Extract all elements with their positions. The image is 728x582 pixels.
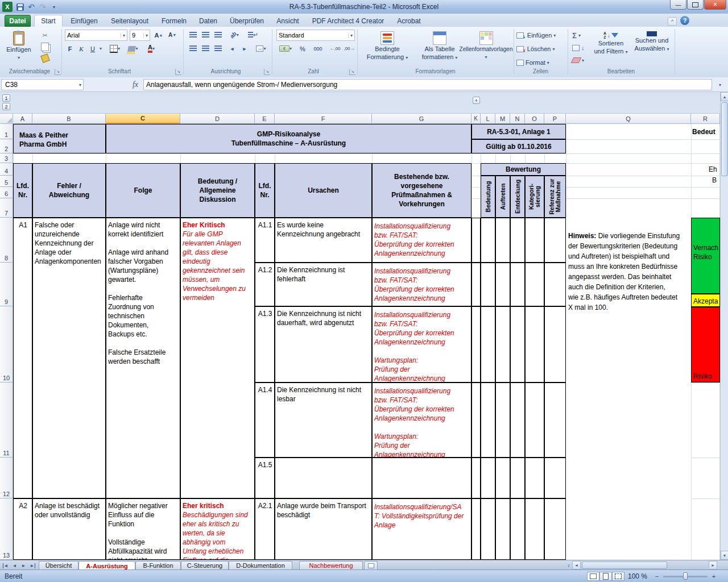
rating-cell[interactable] bbox=[471, 306, 481, 383]
copy-button[interactable] bbox=[39, 41, 51, 52]
header-referenz-rotated[interactable]: Referenz zur Maßnahme bbox=[544, 176, 566, 218]
rating-cell[interactable] bbox=[525, 218, 544, 263]
h-scroll-left-button[interactable]: ◄ bbox=[572, 561, 581, 569]
clipboard-dialog-launcher[interactable]: ↘ bbox=[55, 69, 61, 75]
rating-cell[interactable] bbox=[544, 263, 566, 306]
header-ursachen[interactable]: Ursachen bbox=[275, 163, 372, 218]
autosum-button[interactable]: Σ▾ bbox=[572, 30, 581, 41]
scroll-down-button[interactable]: ▼ bbox=[721, 551, 728, 560]
zoom-in-button[interactable]: + bbox=[710, 572, 718, 580]
column-header-P[interactable]: P bbox=[544, 114, 566, 124]
next-sheet-button[interactable]: ► bbox=[19, 562, 28, 569]
tab-einfuegen[interactable]: Einfügen bbox=[66, 15, 102, 27]
cell-a1-4-massnahme[interactable]: Installationsqualifizierung bzw. FAT/SAT… bbox=[372, 383, 471, 458]
cell-a2-fehler[interactable]: Anlage ist beschädigt oder unvollständig bbox=[32, 498, 106, 560]
cell-a2-1-id[interactable]: A2.1 bbox=[255, 498, 275, 560]
italic-button[interactable]: K bbox=[76, 43, 86, 54]
cell-a1-fehler[interactable]: Falsche oder unzureichende Kennzeichnung… bbox=[32, 218, 106, 498]
tab-ueberpruefen[interactable]: Überprüfen bbox=[225, 15, 268, 27]
cell-a1-4-ursache[interactable]: Die Kennzeichnung ist nicht lesbar bbox=[275, 383, 372, 458]
grow-font-button[interactable]: A▲ bbox=[152, 30, 165, 40]
add-decimal-button[interactable]: ←,00 bbox=[328, 43, 342, 54]
cell-a1-3-ursache[interactable]: Die Kennzeichnung ist nicht dauerhaft, w… bbox=[275, 306, 372, 383]
rating-cell[interactable] bbox=[510, 263, 525, 306]
header-fehler[interactable]: Fehler / Abweichung bbox=[32, 163, 106, 218]
align-right-button[interactable] bbox=[212, 43, 224, 54]
rating-cell[interactable] bbox=[510, 458, 525, 498]
column-header-F[interactable]: F bbox=[275, 114, 372, 124]
rating-cell[interactable] bbox=[471, 383, 481, 458]
header-bedeutung[interactable]: Bedeutung / Allgemeine Diskussion bbox=[180, 163, 255, 218]
row-header-2[interactable]: 2 bbox=[0, 139, 13, 153]
rating-cell[interactable] bbox=[544, 306, 566, 383]
rating-cell[interactable] bbox=[481, 263, 495, 306]
rating-cell[interactable] bbox=[495, 306, 510, 383]
last-sheet-button[interactable]: ► bbox=[28, 562, 37, 569]
insert-worksheet-tab[interactable] bbox=[364, 561, 378, 569]
row-header-9[interactable]: 9 bbox=[0, 263, 13, 306]
underline-button[interactable]: U bbox=[88, 43, 98, 54]
maximize-button[interactable] bbox=[687, 0, 704, 10]
sheet-tab-nachbewertung[interactable]: Nachbewertung bbox=[299, 561, 363, 569]
help-button[interactable]: ? bbox=[680, 16, 689, 25]
page-layout-view-button[interactable] bbox=[599, 572, 612, 581]
align-bottom-button[interactable] bbox=[212, 30, 224, 40]
cut-button[interactable]: ✂ bbox=[39, 30, 51, 41]
cell-company[interactable]: Maas & Peither Pharma GmbH bbox=[13, 124, 106, 153]
delete-cells-button[interactable]: ×Löschen▾ bbox=[516, 43, 555, 55]
header-bedeutung-rotated[interactable]: Bedeutung bbox=[481, 176, 495, 218]
accounting-format-button[interactable]: €▾ bbox=[276, 43, 295, 54]
column-header-O[interactable]: O bbox=[525, 114, 544, 124]
column-header-Q[interactable]: Q bbox=[566, 114, 691, 124]
rating-cell[interactable] bbox=[495, 218, 510, 263]
row-header-3[interactable]: 3 bbox=[0, 153, 13, 163]
tab-acrobat[interactable]: Acrobat bbox=[392, 15, 425, 27]
legend-red-cell[interactable]: Risiko bbox=[691, 307, 720, 383]
cell-a2-folge[interactable]: Möglicher negativer Einfluss auf die Fun… bbox=[106, 498, 180, 560]
tab-scrollbar-splitter[interactable]: ‖ bbox=[566, 562, 571, 569]
remove-decimal-button[interactable]: ,00→ bbox=[342, 43, 356, 54]
legend-yellow-cell[interactable]: Akzepta bbox=[691, 294, 720, 307]
minimize-ribbon-button[interactable]: ^ bbox=[668, 17, 677, 26]
sheet-tab-b-funktion[interactable]: B-Funktion bbox=[135, 561, 181, 569]
cell-styles-button[interactable]: Zellenformatvorlagen ▾ bbox=[458, 29, 514, 66]
close-button[interactable]: × bbox=[704, 0, 726, 10]
cell-a2-bedeutung[interactable]: Eher kritisch Beschädigungen sind eher a… bbox=[180, 498, 255, 560]
first-sheet-button[interactable]: ◄ bbox=[1, 562, 10, 569]
page-break-view-button[interactable] bbox=[612, 572, 624, 581]
minimize-button[interactable]: — bbox=[670, 0, 686, 10]
h-scroll-right-button[interactable]: ► bbox=[709, 561, 717, 569]
cell-a2-1-ursache[interactable]: Anlage wurde beim Transport beschädigt bbox=[275, 498, 372, 560]
rating-cell[interactable] bbox=[481, 458, 495, 498]
normal-view-button[interactable] bbox=[587, 572, 599, 581]
cell-a1-id[interactable]: A1 bbox=[13, 218, 32, 498]
number-dialog-launcher[interactable]: ↘ bbox=[349, 69, 355, 75]
column-header-A[interactable]: A bbox=[13, 114, 32, 124]
align-center-button[interactable] bbox=[199, 43, 212, 54]
cell-a1-1-id[interactable]: A1.1 bbox=[255, 218, 275, 263]
prev-sheet-button[interactable]: ◄ bbox=[10, 562, 19, 569]
cell-a1-4-id[interactable]: A1.4 bbox=[255, 383, 275, 458]
font-size-combo[interactable]: 9▾ bbox=[130, 30, 150, 41]
find-select-button[interactable]: Suchen und Auswählen ▾ bbox=[631, 29, 672, 66]
column-header-R[interactable]: R bbox=[691, 114, 720, 124]
cell-sheet-title[interactable]: GMP-Risikoanalyse Tubenfüllmaschine – A-… bbox=[106, 124, 471, 153]
number-format-combo[interactable]: Standard▾ bbox=[276, 30, 355, 41]
merge-center-button[interactable]: ↔▾ bbox=[253, 43, 270, 54]
underline-dropdown[interactable]: ▾ bbox=[98, 43, 104, 54]
tab-pdf-architect[interactable]: PDF Architect 4 Creator bbox=[307, 15, 389, 27]
row-header-8[interactable]: 8 bbox=[0, 218, 13, 263]
cell-a1-bedeutung[interactable]: Eher Kritisch Für alle GMP relevanten An… bbox=[180, 218, 255, 498]
tab-seitenlayout[interactable]: Seitenlayout bbox=[106, 15, 154, 27]
header-lfd-nr[interactable]: Lfd. Nr. bbox=[13, 163, 32, 218]
header-lfd-nr-2[interactable]: Lfd. Nr. bbox=[255, 163, 275, 218]
insert-cells-button[interactable]: +Einfügen▾ bbox=[516, 30, 556, 41]
cell-a1-5-id[interactable]: A1.5 bbox=[255, 458, 275, 498]
wrap-text-button[interactable]: ↵ bbox=[246, 30, 260, 40]
rating-cell[interactable] bbox=[495, 458, 510, 498]
expand-formula-bar-button[interactable]: ▾ bbox=[714, 79, 726, 90]
rating-cell[interactable] bbox=[544, 498, 566, 560]
rating-cell[interactable] bbox=[481, 218, 495, 263]
cell-a1-5-ursache[interactable] bbox=[275, 458, 372, 498]
tab-ansicht[interactable]: Ansicht bbox=[272, 15, 304, 27]
